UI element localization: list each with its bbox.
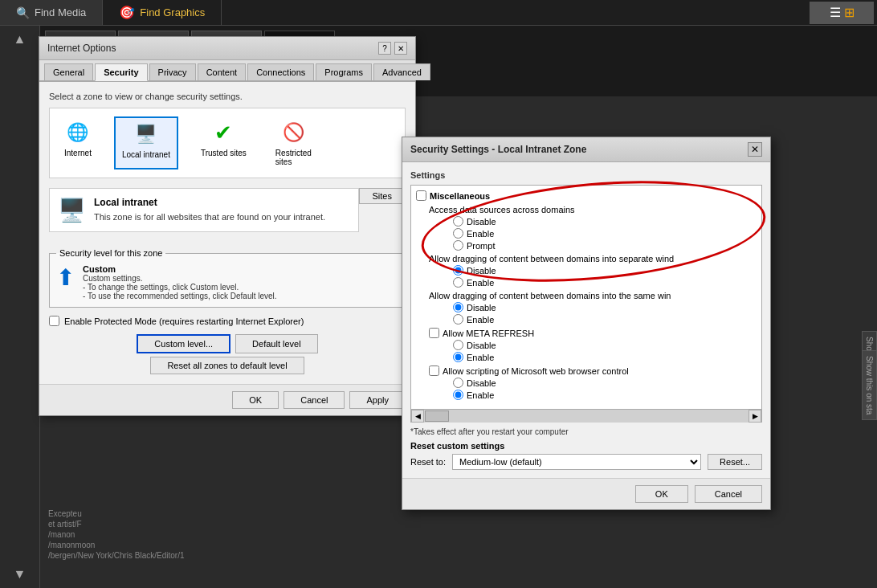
meta-refresh-enable[interactable]: Enable	[453, 351, 757, 363]
misc-group-label: Miscellaneous	[430, 191, 490, 201]
restricted-sites-icon: 🚫	[280, 120, 306, 145]
tab-general[interactable]: General	[44, 63, 93, 80]
drag-sep-enable[interactable]: Enable	[453, 276, 757, 288]
find-graphics-btn[interactable]: 🎯 Find Graphics	[103, 0, 222, 25]
sec-level-desc3: - To use the recommended settings, click…	[83, 292, 277, 300]
find-media-label: Find Media	[35, 6, 86, 18]
scripting-checkbox[interactable]	[429, 365, 439, 376]
misc-group-header[interactable]: Miscellaneous	[416, 189, 757, 202]
h-scroll-left-btn[interactable]: ◀	[411, 410, 424, 423]
custom-level-button[interactable]: Custom level...	[137, 334, 230, 353]
sec-dialog-close-btn[interactable]: ✕	[748, 142, 762, 157]
find-graphics-label: Find Graphics	[140, 6, 205, 18]
scripting-text: Allow scripting of Microsoft web browser…	[443, 366, 629, 376]
reset-section: Reset custom settings Reset to: Medium-l…	[410, 441, 762, 470]
top-toolbar: 🔍 Find Media 🎯 Find Graphics ☰ ⊞	[0, 0, 877, 26]
meta-refresh-checkbox[interactable]	[429, 328, 439, 338]
dialog-footer: OK Cancel Apply	[39, 384, 415, 415]
reset-all-row: Reset all zones to default level	[49, 357, 406, 374]
sites-button[interactable]: Sites	[359, 188, 406, 204]
target-icon: 🎯	[119, 5, 135, 20]
default-level-button[interactable]: Default level	[235, 334, 318, 353]
meta-refresh-disable[interactable]: Disable	[453, 339, 757, 351]
item-manon: /manon	[48, 530, 185, 539]
drag-separate-item: Allow dragging of content between domain…	[416, 253, 757, 288]
drag-same-text: Allow dragging of content between domain…	[429, 291, 671, 300]
sec-dialog-footer: OK Cancel	[402, 478, 770, 509]
reset-section-label: Reset custom settings	[410, 441, 762, 451]
help-button[interactable]: ?	[378, 42, 391, 55]
cancel-button[interactable]: Cancel	[283, 391, 345, 409]
reset-all-button[interactable]: Reset all zones to default level	[150, 357, 304, 374]
find-media-btn[interactable]: 🔍 Find Media	[0, 0, 103, 25]
tab-programs[interactable]: Programs	[316, 63, 372, 80]
horizontal-scrollbar[interactable]: ◀ ▶	[410, 410, 762, 423]
zone-trusted-sites[interactable]: ✔ Trusted sites	[194, 116, 253, 169]
h-scroll-thumb[interactable]	[425, 410, 449, 422]
tab-advanced[interactable]: Advanced	[373, 63, 430, 80]
close-button[interactable]: ✕	[394, 42, 407, 55]
reset-to-label: Reset to:	[410, 457, 446, 467]
zone-restricted-sites[interactable]: 🚫 Restrictedsites	[269, 116, 318, 169]
scripting-radios: Disable Enable	[429, 377, 757, 401]
zone-instruction: Select a zone to view or change security…	[49, 92, 406, 101]
zone-local-intranet-label: Local intranet	[122, 150, 170, 159]
settings-list[interactable]: Miscellaneous Access data sources across…	[410, 185, 762, 410]
effect-note: *Takes effect after you restart your com…	[410, 427, 762, 436]
drag-same-enable[interactable]: Enable	[453, 313, 757, 325]
misc-group: Miscellaneous Access data sources across…	[411, 186, 761, 406]
view-controls[interactable]: ☰ ⊞	[810, 2, 874, 24]
meta-refresh-text: Allow META REFRESH	[443, 329, 534, 338]
zone-restricted-sites-label: Restrictedsites	[275, 149, 312, 166]
show-on-sta-label: Show this on sta	[865, 356, 874, 414]
dialog-controls: ? ✕	[378, 42, 407, 55]
h-scroll-track[interactable]	[424, 410, 749, 423]
local-intranet-icon: 🖥️	[133, 121, 159, 147]
h-scroll-right-btn[interactable]: ▶	[749, 410, 761, 423]
access-data-text: Access data sources across domains	[429, 205, 575, 214]
sec-level-legend: Security level for this zone	[56, 248, 165, 258]
reset-inline-row: Reset to: Medium-low (default) Low Mediu…	[410, 454, 762, 470]
reset-to-select[interactable]: Medium-low (default) Low Medium High	[452, 454, 701, 470]
apply-button[interactable]: Apply	[349, 391, 406, 409]
ok-button[interactable]: OK	[232, 391, 279, 409]
tab-content[interactable]: Content	[198, 63, 247, 80]
show-on-sta-btn[interactable]: Show this on sta	[862, 350, 877, 420]
access-data-disable[interactable]: Disable	[453, 215, 757, 227]
reset-button[interactable]: Reset...	[708, 454, 762, 470]
sec-ok-button[interactable]: OK	[635, 485, 688, 503]
access-data-enable[interactable]: Enable	[453, 227, 757, 239]
zone-desc-body: This zone is for all websites that are f…	[94, 211, 325, 223]
zone-description: 🖥️ Local intranet This zone is for all w…	[49, 188, 359, 232]
sec-level-desc1: Custom settings.	[83, 274, 277, 283]
list-view-icon: ☰	[830, 5, 841, 20]
drag-same-disable[interactable]: Disable	[453, 301, 757, 313]
protect-mode-row: Enable Protected Mode (requires restarti…	[49, 316, 406, 326]
tab-privacy[interactable]: Privacy	[149, 63, 196, 80]
scripting-disable[interactable]: Disable	[453, 377, 757, 389]
zone-internet[interactable]: 🌐 Internet	[58, 116, 98, 169]
access-data-prompt[interactable]: Prompt	[453, 239, 757, 251]
access-data-item: Access data sources across domains Disab…	[416, 204, 757, 251]
dialog-title: Internet Options	[47, 43, 116, 54]
zone-local-intranet[interactable]: 🖥️ Local intranet	[114, 116, 178, 169]
item-bergen: /bergen/New York/Chris Black/Editor/1	[48, 551, 185, 560]
drag-separate-label: Allow dragging of content between domain…	[429, 253, 757, 264]
trusted-sites-icon: ✔	[210, 120, 236, 145]
tab-connections[interactable]: Connections	[247, 63, 314, 80]
protect-mode-checkbox[interactable]	[49, 316, 59, 326]
meta-refresh-item: Allow META REFRESH Disable Enable	[416, 327, 757, 363]
item-manonmoon: /manonmoon	[48, 541, 185, 549]
drag-sep-disable[interactable]: Disable	[453, 264, 757, 276]
sec-cancel-button[interactable]: Cancel	[695, 485, 762, 503]
zone-trusted-sites-label: Trusted sites	[201, 149, 247, 157]
drag-same-label: Allow dragging of content between domain…	[429, 290, 757, 301]
scripting-enable[interactable]: Enable	[453, 389, 757, 401]
sec-dialog-titlebar: Security Settings - Local Intranet Zone …	[402, 137, 770, 162]
misc-checkbox[interactable]	[416, 190, 426, 201]
tab-security[interactable]: Security	[95, 63, 147, 81]
drag-same-radios: Disable Enable	[429, 301, 757, 325]
scroll-down-arrow[interactable]: ▼	[14, 567, 27, 582]
scroll-up-arrow[interactable]: ▲	[14, 32, 27, 47]
search-icon: 🔍	[16, 6, 30, 19]
